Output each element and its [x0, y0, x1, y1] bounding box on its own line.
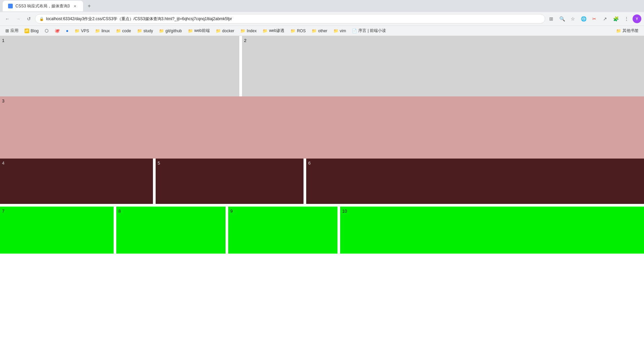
cell-3-label: 3	[2, 98, 4, 103]
bookmark-git-label: git/github	[165, 29, 182, 33]
cell-3: 3	[0, 96, 644, 159]
address-bar[interactable]: 🔒 localhost:63342/day3作业2.css/CSS3学（重点）/…	[35, 14, 545, 24]
screen-capture-button[interactable]: ⊞	[547, 14, 556, 24]
vim-folder-icon: 📁	[333, 29, 338, 33]
cell-2-label: 2	[244, 38, 246, 43]
cell-1-label: 1	[2, 38, 4, 43]
bookmark-docker[interactable]: 📁 docker	[213, 28, 237, 34]
study-folder-icon: 📁	[137, 29, 142, 33]
bookmark-octocat[interactable]: 🐙	[52, 27, 63, 34]
bookmark-blog-label: Blog	[31, 29, 39, 33]
bookmark-other-bookmarks[interactable]: 📁 其他书签	[613, 27, 641, 35]
bookmark-apps-label: 应用	[10, 28, 18, 34]
row-7-8-9-10: 7 8 9 10	[0, 207, 644, 254]
bookmark-circle[interactable]: ●	[63, 27, 71, 34]
webpen-folder-icon: 📁	[263, 29, 268, 33]
cell-6: 6	[306, 159, 644, 204]
bookmark-webpen[interactable]: 📁 web渗透	[260, 27, 287, 35]
ros-folder-icon: 📁	[290, 29, 295, 33]
cell-5-label: 5	[158, 161, 160, 166]
bookmark-study-label: study	[144, 29, 153, 33]
forward-button[interactable]: →	[13, 14, 23, 24]
bookmark-vim-label: vim	[340, 29, 346, 33]
profile-button[interactable]: Y	[633, 14, 641, 23]
bookmark-ros[interactable]: 📁 ROS	[288, 28, 308, 34]
bookmark-vps-label: VPS	[81, 29, 89, 33]
bookmark-linux[interactable]: 📁 linux	[92, 28, 113, 34]
cell-4: 4	[0, 159, 153, 204]
row-1-2: 1 2	[0, 36, 644, 96]
bookmark-folder-icon: 📁	[25, 29, 29, 33]
preface-page-icon: 📄	[352, 29, 357, 33]
index-folder-icon: 📁	[240, 29, 245, 33]
bookmark-code[interactable]: 📁 code	[113, 28, 134, 34]
bookmark-webpen-label: web渗透	[269, 28, 284, 34]
bookmark-apps[interactable]: ⊞ 应用	[3, 27, 21, 35]
clip-button[interactable]: ✂	[590, 14, 599, 24]
lock-icon: 🔒	[39, 17, 44, 21]
bookmark-webfront[interactable]: 📁 web前端	[185, 27, 212, 35]
row-4-5-6: 4 5 6	[0, 159, 644, 204]
bookmark-ros-label: ROS	[297, 29, 306, 33]
linux-folder-icon: 📁	[95, 29, 100, 33]
bookmark-other[interactable]: 📁 other	[309, 28, 330, 34]
cell-9-label: 9	[230, 209, 233, 214]
cell-4-label: 4	[2, 161, 4, 166]
zoom-button[interactable]: 🔍	[557, 14, 567, 24]
refresh-button[interactable]: ↺	[24, 14, 34, 24]
webfront-folder-icon: 📁	[188, 29, 193, 33]
bookmark-preface[interactable]: 📄 序言 | 前端小读	[349, 27, 389, 35]
bookmark-webfront-label: web前端	[194, 28, 210, 34]
bookmarks-bar: ⊞ 应用 📁 Blog ⬡ 🐙 ● 📁 VPS 📁 linux 📁 code	[0, 26, 644, 36]
cell-6-label: 6	[308, 161, 311, 166]
bookmark-index[interactable]: 📁 Index	[238, 28, 259, 34]
cell-5: 5	[156, 159, 304, 204]
extension-button1[interactable]: ↗	[600, 14, 610, 24]
active-tab[interactable]: CSS3 响应式布局，媒体查询3 ✕	[3, 1, 83, 11]
vps-folder-icon: 📁	[75, 29, 80, 33]
back-button[interactable]: ←	[3, 14, 12, 24]
cell-8-label: 8	[118, 209, 121, 214]
bookmark-code-label: code	[122, 29, 131, 33]
menu-button[interactable]: ⋮	[622, 14, 631, 24]
address-text: localhost:63342/day3作业2.css/CSS3学（重点）/CS…	[46, 16, 232, 22]
bookmark-vim[interactable]: 📁 vim	[331, 28, 349, 34]
bookmark-linux-label: linux	[102, 29, 110, 33]
bookmarks-right-section: 📁 其他书签	[613, 27, 641, 35]
cell-7-label: 7	[2, 209, 4, 214]
bookmark-blog[interactable]: 📁 Blog	[22, 28, 41, 34]
docker-folder-icon: 📁	[216, 29, 221, 33]
git-folder-icon: 📁	[159, 29, 164, 33]
code-folder-icon: 📁	[116, 29, 121, 33]
tab-title: CSS3 响应式布局，媒体查询3	[15, 3, 70, 9]
cell-1: 1	[0, 36, 242, 96]
cell-10: 10	[340, 207, 644, 254]
circle-icon: ●	[66, 28, 69, 33]
cell-7: 7	[0, 207, 114, 254]
github-icon: ⬡	[45, 28, 48, 33]
tab-bar: CSS3 响应式布局，媒体查询3 ✕ +	[0, 0, 644, 12]
tab-close-button[interactable]: ✕	[72, 3, 78, 9]
bookmark-github-icon[interactable]: ⬡	[42, 27, 51, 34]
cell-9: 9	[228, 207, 337, 254]
cell-10-label: 10	[342, 209, 347, 214]
bookmark-preface-label: 序言 | 前端小读	[358, 28, 386, 34]
bookmark-study[interactable]: 📁 study	[134, 28, 156, 34]
extension-button2[interactable]: 🧩	[611, 14, 620, 24]
page-content: 1 2 3 4 5 6 7 8 9 10	[0, 36, 644, 254]
new-tab-button[interactable]: +	[84, 1, 94, 11]
other-bookmarks-folder-icon: 📁	[616, 29, 621, 33]
cell-2: 2	[242, 36, 644, 96]
bookmark-other-label: other	[318, 29, 327, 33]
browser-chrome: CSS3 响应式布局，媒体查询3 ✕ + ← → ↺ 🔒 localhost:6…	[0, 0, 644, 36]
other-folder-icon: 📁	[312, 29, 317, 33]
bookmark-other-bookmarks-label: 其他书签	[622, 28, 639, 34]
bookmark-index-label: Index	[247, 29, 256, 33]
bookmark-vps[interactable]: 📁 VPS	[72, 28, 92, 34]
bookmark-git[interactable]: 📁 git/github	[156, 28, 185, 34]
bookmark-docker-label: docker	[222, 29, 234, 33]
octocat-icon: 🐙	[54, 28, 60, 33]
globe-button[interactable]: 🌐	[579, 14, 588, 24]
bookmark-button[interactable]: ☆	[568, 14, 577, 24]
tab-favicon	[8, 4, 13, 8]
